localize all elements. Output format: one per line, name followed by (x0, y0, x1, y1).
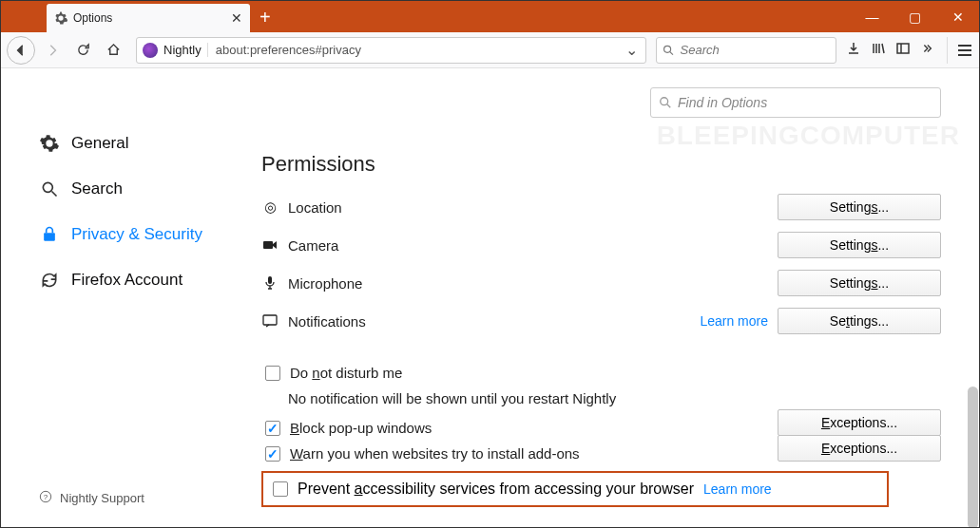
sidebar-item-general[interactable]: General (39, 121, 239, 166)
permission-label: Notifications (288, 313, 684, 330)
svg-rect-6 (44, 233, 55, 240)
warn-install-checkbox[interactable] (265, 446, 280, 462)
titlebar: Options ✕ + ― ▢ ✕ (1, 1, 979, 32)
block-popups-label: Block pop-up windows (290, 420, 432, 436)
toolbar-actions (840, 41, 939, 60)
content: BLEEPINGCOMPUTER General Search Privacy … (1, 68, 979, 527)
sidebar-label: Firefox Account (71, 271, 183, 290)
gear-icon (39, 133, 60, 154)
sync-icon (39, 270, 60, 291)
url-bar[interactable]: Nightly about:preferences#privacy ⌄ (136, 37, 646, 64)
minimize-button[interactable]: ― (851, 1, 894, 32)
window-controls: ― ▢ ✕ (851, 1, 979, 32)
permission-label: Location (288, 199, 768, 216)
search-icon (663, 44, 675, 57)
camera-icon (261, 239, 279, 251)
sidebar-label: Search (71, 179, 123, 198)
sidebar-toggle-icon[interactable] (895, 41, 911, 60)
sidebar-item-privacy[interactable]: Privacy & Security (39, 212, 239, 257)
toolbar: Nightly about:preferences#privacy ⌄ (1, 32, 979, 68)
location-icon: ◎ (261, 198, 279, 216)
svg-text:?: ? (44, 493, 48, 501)
svg-rect-12 (268, 276, 272, 284)
preferences-sidebar: General Search Privacy & Security Firefo… (1, 68, 239, 527)
permission-camera: Camera Settings... (261, 232, 941, 258)
permission-location: ◎ Location Settings... (261, 194, 941, 220)
warn-install-label: Warn you when websites try to install ad… (290, 445, 580, 462)
dnd-note: No notification will be shown until you … (288, 390, 941, 406)
a11y-learn-more-link[interactable]: Learn more (703, 481, 772, 497)
help-icon: ? (39, 490, 52, 506)
browser-tab[interactable]: Options ✕ (47, 4, 250, 32)
permission-microphone: Microphone Settings... (261, 270, 941, 296)
url-text: about:preferences#privacy (208, 43, 618, 57)
dnd-checkbox[interactable] (265, 366, 280, 381)
sidebar-item-search[interactable]: Search (39, 166, 239, 212)
dnd-label: Do not disturb me (290, 365, 402, 381)
svg-point-9 (661, 98, 668, 105)
microphone-icon (261, 275, 279, 291)
new-tab-button[interactable]: + (250, 7, 280, 28)
svg-rect-11 (263, 241, 273, 249)
sidebar-label: General (71, 134, 128, 153)
prevent-a11y-label: Prevent accessibility services from acce… (298, 481, 694, 498)
urlbar-dropdown-icon[interactable]: ⌄ (618, 41, 645, 59)
sidebar-support[interactable]: ? Nightly Support (39, 490, 144, 506)
close-tab-icon[interactable]: ✕ (231, 10, 242, 26)
sidebar-label: Privacy & Security (71, 225, 202, 244)
reload-button[interactable] (69, 37, 96, 64)
svg-rect-2 (897, 44, 909, 53)
maximize-button[interactable]: ▢ (894, 1, 936, 32)
search-icon (659, 96, 672, 109)
prevent-a11y-checkbox[interactable] (273, 481, 288, 497)
search-icon (39, 179, 60, 199)
search-bar[interactable] (656, 37, 836, 64)
sidebar-item-account[interactable]: Firefox Account (39, 257, 239, 303)
find-in-options[interactable]: Find in Options (650, 87, 941, 118)
svg-line-5 (52, 192, 57, 197)
a11y-highlight: Prevent accessibility services from acce… (261, 471, 889, 507)
gear-icon (54, 11, 67, 25)
overflow-icon[interactable] (920, 42, 933, 59)
home-button[interactable] (100, 37, 126, 64)
permission-label: Camera (288, 237, 768, 254)
search-input[interactable] (681, 43, 830, 57)
lock-icon (39, 224, 60, 245)
library-icon[interactable] (871, 41, 886, 60)
find-placeholder: Find in Options (678, 95, 767, 110)
dnd-row: Do not disturb me (265, 365, 941, 381)
support-label: Nightly Support (60, 491, 144, 505)
nightly-icon (143, 43, 158, 58)
svg-point-4 (43, 182, 52, 192)
location-settings-button[interactable]: Settings... (778, 194, 941, 220)
close-window-button[interactable]: ✕ (936, 1, 979, 32)
block-popups-checkbox[interactable] (265, 421, 280, 436)
menu-button[interactable] (947, 37, 973, 64)
permissions-heading: Permissions (261, 152, 941, 177)
svg-rect-13 (263, 315, 277, 325)
permission-notifications: Notifications Learn more Settings... (261, 308, 941, 334)
notifications-learn-more-link[interactable]: Learn more (700, 313, 768, 329)
svg-line-10 (667, 104, 671, 108)
popups-exceptions-button[interactable]: Exceptions... (778, 409, 941, 436)
notification-icon (261, 314, 279, 328)
forward-button[interactable] (39, 37, 66, 64)
back-button[interactable] (7, 36, 35, 65)
camera-settings-button[interactable]: Settings... (778, 232, 941, 258)
addons-exceptions-button[interactable]: Exceptions... (778, 435, 941, 462)
svg-line-1 (670, 51, 673, 54)
svg-point-0 (664, 46, 671, 52)
microphone-settings-button[interactable]: Settings... (778, 270, 941, 296)
tab-label: Options (73, 11, 112, 25)
permission-label: Microphone (288, 275, 768, 292)
downloads-icon[interactable] (846, 41, 861, 60)
notifications-settings-button[interactable]: Settings... (778, 308, 941, 334)
preferences-main: Find in Options Permissions ◎ Location S… (239, 68, 979, 527)
nightly-label: Nightly (163, 43, 208, 57)
scrollbar-thumb[interactable] (968, 387, 978, 527)
